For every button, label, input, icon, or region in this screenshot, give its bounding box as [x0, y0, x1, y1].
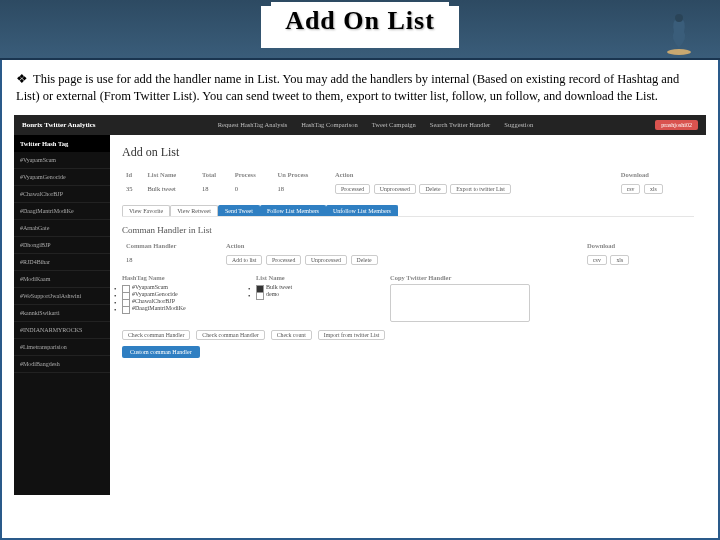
listname-checkbox[interactable]: •Bulk tweet: [256, 284, 366, 290]
title-wrap: Add On List: [261, 6, 459, 48]
svg-point-0: [667, 49, 691, 55]
hashtag-checkbox[interactable]: •#VyapamScam: [122, 284, 232, 290]
hashtag-checkbox[interactable]: •#ChawalChorBJP: [122, 298, 232, 304]
slide-header: Add On List: [0, 0, 720, 60]
hashtag-checkbox[interactable]: •#DaagiMantriModiKe: [122, 305, 232, 311]
listname-checkbox[interactable]: •demo: [256, 291, 366, 297]
decorative-figure: [662, 8, 696, 56]
svg-point-1: [675, 14, 683, 22]
page-title: Add On List: [271, 2, 449, 40]
hashtag-checkbox[interactable]: •#VyapamGenocide: [122, 291, 232, 297]
